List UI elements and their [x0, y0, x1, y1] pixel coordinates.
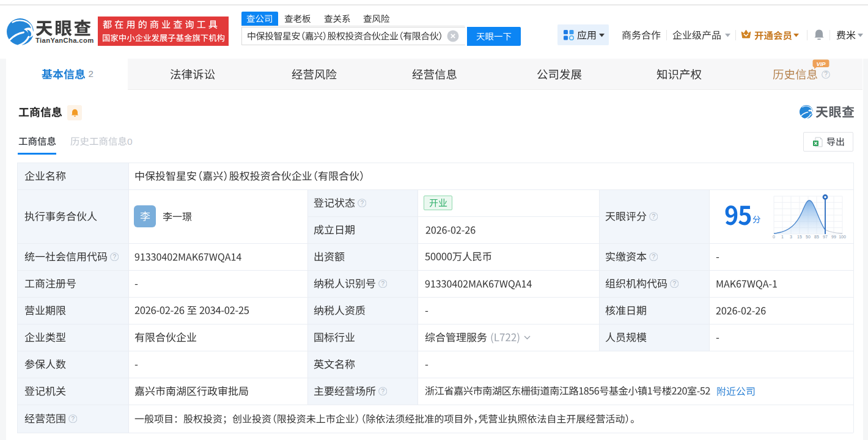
svg-text:0: 0: [773, 235, 775, 239]
svg-text:85: 85: [814, 235, 819, 239]
svg-text:97: 97: [823, 235, 828, 239]
svg-text:?: ?: [381, 387, 384, 394]
svg-text:?: ?: [112, 253, 116, 260]
svg-text:?: ?: [381, 280, 384, 287]
svg-text:?: ?: [360, 199, 364, 206]
svg-text:1: 1: [781, 235, 784, 239]
svg-text:?: ?: [652, 213, 655, 219]
svg-text:15: 15: [797, 235, 802, 239]
svg-text:?: ?: [824, 71, 828, 78]
svg-text:3: 3: [790, 235, 792, 239]
svg-text:VIP: VIP: [817, 61, 826, 67]
svg-text:?: ?: [672, 280, 676, 287]
svg-text:99: 99: [831, 235, 836, 239]
svg-text:?: ?: [71, 415, 75, 422]
svg-text:100: 100: [839, 235, 846, 239]
svg-text:?: ?: [652, 253, 655, 260]
svg-text:50: 50: [806, 235, 811, 239]
